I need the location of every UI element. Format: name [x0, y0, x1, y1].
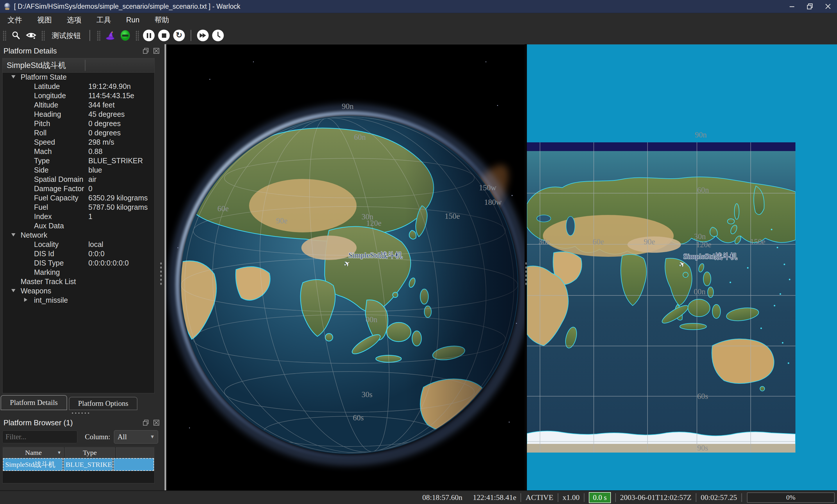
- toolbar-grip[interactable]: [96, 30, 100, 41]
- map-2d-view[interactable]: 90n60n30e60e90e30n120e150e00n60s90s ✈ Si…: [527, 44, 837, 491]
- status-separator: [615, 493, 616, 502]
- pause-step-icon[interactable]: [119, 29, 132, 42]
- property-label: DIS Type: [34, 259, 64, 267]
- tree-row[interactable]: Aux Data: [3, 221, 154, 231]
- platform-label[interactable]: SimpleStd战斗机: [683, 251, 737, 262]
- tree-row[interactable]: Latitude 19:12:49.90n: [3, 82, 154, 91]
- tree-row[interactable]: Weapons: [3, 286, 154, 296]
- tree-row[interactable]: Damage Factor 0: [3, 184, 154, 194]
- minimize-button[interactable]: [783, 0, 801, 13]
- close-panel-icon[interactable]: [152, 47, 160, 55]
- toolbar-grip[interactable]: [2, 30, 6, 41]
- cell-empty[interactable]: [113, 458, 154, 471]
- globe-3d-view[interactable]: 90n60n150w180w150e30n120e90e60e00n30s60s…: [166, 44, 524, 491]
- eye-icon[interactable]: [24, 29, 38, 42]
- wizard-hat-icon[interactable]: [104, 29, 117, 42]
- menu-item[interactable]: 工具: [89, 13, 119, 27]
- property-value: air: [88, 175, 96, 184]
- toolbar-grip[interactable]: [41, 30, 45, 41]
- tree-row[interactable]: Longitude 114:54:43.15e: [3, 91, 154, 101]
- tree-rows: Platform State Latitude 19:12:49.90n Lon…: [3, 73, 154, 305]
- clock-rate: x1.00: [563, 493, 580, 502]
- tree-row[interactable]: Pitch 0 degrees: [3, 119, 154, 128]
- property-label: Roll: [34, 129, 47, 137]
- tree-header[interactable]: SimpleStd战斗机: [3, 58, 154, 73]
- property-value: 0.88: [88, 147, 103, 156]
- tree-row[interactable]: Roll 0 degrees: [3, 128, 154, 138]
- column-header-name[interactable]: Name ▼: [3, 447, 64, 458]
- menu-item[interactable]: 帮助: [147, 13, 177, 27]
- tree-row[interactable]: Marking: [3, 268, 154, 277]
- sort-icon[interactable]: ▼: [57, 450, 61, 455]
- tree-row[interactable]: Altitude 344 feet: [3, 101, 154, 110]
- menu-item[interactable]: 视图: [30, 13, 59, 27]
- panel-splitter-handle[interactable]: [160, 262, 162, 286]
- fast-forward-icon[interactable]: [196, 29, 210, 42]
- toolbar-grip[interactable]: [135, 30, 139, 41]
- tree-row[interactable]: Side blue: [3, 166, 154, 175]
- search-icon[interactable]: [9, 29, 23, 42]
- table-row[interactable]: SimpleStd战斗机 BLUE_STRIKER: [3, 458, 154, 471]
- float-panel-icon[interactable]: [142, 47, 150, 55]
- tree-row[interactable]: Type BLUE_STRIKER: [3, 156, 154, 166]
- property-value: 344 feet: [88, 101, 114, 109]
- tree-row[interactable]: int_missile: [3, 296, 154, 305]
- property-label: Latitude: [34, 82, 60, 91]
- column-dropdown[interactable]: All ▼: [114, 430, 158, 444]
- filter-input[interactable]: [2, 431, 77, 443]
- expander-icon[interactable]: [24, 298, 27, 302]
- tree-row[interactable]: Fuel Capacity 6350.29 kilograms: [3, 194, 154, 203]
- property-label: Weapons: [21, 287, 51, 295]
- close-panel-icon[interactable]: [152, 419, 160, 427]
- tree-row[interactable]: DIS Id 0:0:0: [3, 249, 154, 258]
- tree-row[interactable]: Heading 45 degrees: [3, 110, 154, 119]
- tree-row[interactable]: Network: [3, 231, 154, 240]
- property-label: Locality: [34, 240, 59, 249]
- dock-splitter-handle[interactable]: [71, 412, 90, 414]
- dock-tabbar: Platform DetailsPlatform Options: [1, 395, 138, 410]
- restart-icon[interactable]: ↻: [172, 29, 186, 42]
- menu-item[interactable]: 选项: [59, 13, 89, 27]
- tree-row[interactable]: Mach 0.88: [3, 147, 154, 156]
- platform-label[interactable]: SimpleStd战斗机: [349, 250, 403, 260]
- cell-platform-type[interactable]: BLUE_STRIKER: [64, 458, 113, 471]
- tree-row[interactable]: DIS Type 0:0:0:0:0:0:0: [3, 258, 154, 268]
- progress-value: 0%: [786, 493, 796, 501]
- property-label: Master Track List: [21, 277, 76, 286]
- clock-icon[interactable]: [211, 29, 225, 42]
- test-button[interactable]: 测试按钮: [47, 31, 86, 40]
- float-panel-icon[interactable]: [142, 419, 150, 427]
- tree-row[interactable]: Spatial Domain air: [3, 175, 154, 184]
- menu-item[interactable]: Run: [119, 13, 147, 27]
- column-divider[interactable]: [85, 60, 86, 71]
- property-label: Longitude: [34, 91, 66, 100]
- time-step-badge: 0.0 s: [589, 492, 611, 503]
- dock-tab[interactable]: Platform Details: [1, 395, 67, 410]
- elapsed-time: 00:02:57.25: [701, 493, 737, 502]
- cell-platform-name[interactable]: SimpleStd战斗机: [3, 458, 63, 471]
- restore-button[interactable]: [801, 0, 819, 13]
- status-separator: [742, 493, 742, 502]
- tree-row[interactable]: Speed 298 m/s: [3, 138, 154, 147]
- property-value: 19:12:49.90n: [88, 82, 131, 91]
- platform-browser-title: Platform Browser (1): [3, 418, 73, 427]
- property-value: blue: [88, 166, 102, 174]
- column-header-type[interactable]: Type: [65, 447, 115, 458]
- platform-details-titlebar: Platform Details: [0, 44, 164, 57]
- pause-icon[interactable]: [142, 29, 156, 42]
- dock-tab[interactable]: Platform Options: [69, 397, 138, 410]
- expander-icon[interactable]: [11, 75, 15, 78]
- tree-row[interactable]: Master Track List: [3, 277, 154, 286]
- tree-row[interactable]: Fuel 5787.50 kilograms: [3, 203, 154, 212]
- expander-icon[interactable]: [11, 289, 15, 292]
- close-button[interactable]: [819, 0, 837, 13]
- tree-row[interactable]: Locality local: [3, 240, 154, 249]
- menu-item[interactable]: 文件: [0, 13, 30, 27]
- tree-row[interactable]: Index 1: [3, 212, 154, 221]
- expander-icon[interactable]: [11, 233, 15, 236]
- property-label: Marking: [34, 268, 60, 276]
- column-header-empty[interactable]: [116, 447, 154, 458]
- property-value: 0:0:0: [88, 250, 105, 258]
- stop-icon[interactable]: [157, 29, 171, 42]
- tree-row[interactable]: Platform State: [3, 73, 154, 82]
